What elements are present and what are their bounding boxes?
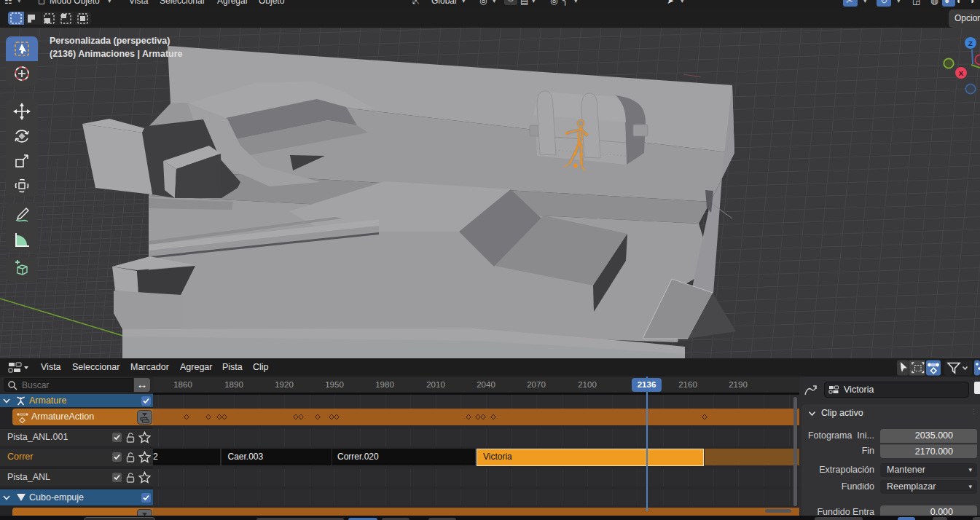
svg-text:Z: Z (968, 39, 973, 47)
svg-text:X: X (959, 69, 964, 77)
